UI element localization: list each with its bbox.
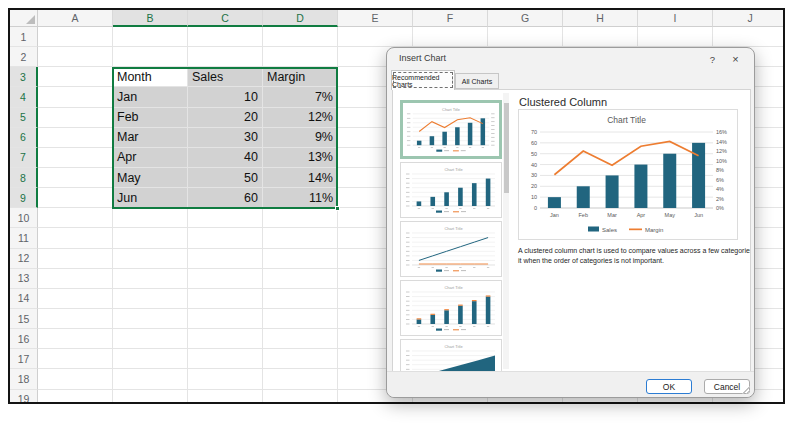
column-header-G[interactable]: G [488,10,563,27]
tab-recommended-charts[interactable]: Recommended Charts [391,70,455,90]
cell-A9[interactable] [38,188,113,208]
cell-C18[interactable] [188,369,263,389]
cell-B17[interactable] [113,349,188,369]
row-header-2[interactable]: 2 [10,47,38,67]
column-header-D[interactable]: D [263,10,338,27]
cell-D9[interactable]: 11% [263,188,338,208]
cell-A1[interactable] [38,27,113,47]
row-header-19[interactable]: 19 [10,390,38,404]
cell-D10[interactable] [263,208,338,228]
row-header-8[interactable]: 8 [10,168,38,188]
column-header-C[interactable]: C [188,10,263,27]
cell-A5[interactable] [38,108,113,128]
row-header-4[interactable]: 4 [10,87,38,107]
row-header-7[interactable]: 7 [10,148,38,168]
cell-A19[interactable] [38,390,113,404]
row-header-10[interactable]: 10 [10,208,38,228]
cell-C8[interactable]: 50 [188,168,263,188]
cell-A11[interactable] [38,228,113,248]
cell-B15[interactable] [113,309,188,329]
cell-C3[interactable]: Sales [188,67,263,87]
cell-B11[interactable] [113,228,188,248]
cell-B6[interactable]: Mar [113,128,188,148]
row-header-3[interactable]: 3 [10,67,38,87]
cell-B18[interactable] [113,369,188,389]
cell-A7[interactable] [38,148,113,168]
cell-D6[interactable]: 9% [263,128,338,148]
row-header-15[interactable]: 15 [10,309,38,329]
cell-A6[interactable] [38,128,113,148]
select-all-corner[interactable] [10,10,38,27]
cell-D16[interactable] [263,329,338,349]
help-icon[interactable]: ? [705,52,720,66]
close-icon[interactable]: × [728,52,743,66]
scrollbar-thumb[interactable] [504,103,509,193]
cell-C9[interactable]: 60 [188,188,263,208]
cell-C4[interactable]: 10 [188,87,263,107]
cell-B19[interactable] [113,390,188,404]
cell-D14[interactable] [263,289,338,309]
cell-D11[interactable] [263,228,338,248]
cell-F1[interactable] [413,27,488,47]
cell-D13[interactable] [263,269,338,289]
cell-A10[interactable] [38,208,113,228]
cell-D1[interactable] [263,27,338,47]
chart-thumbnail-combo[interactable]: Chart Title [400,100,502,159]
cell-C14[interactable] [188,289,263,309]
cell-B9[interactable]: Jun [113,188,188,208]
row-header-6[interactable]: 6 [10,128,38,148]
column-header-E[interactable]: E [338,10,413,27]
row-header-5[interactable]: 5 [10,108,38,128]
cell-D8[interactable]: 14% [263,168,338,188]
cell-A13[interactable] [38,269,113,289]
chart-thumbnail-line[interactable]: Chart Title [400,221,502,277]
row-header-12[interactable]: 12 [10,249,38,269]
cell-C15[interactable] [188,309,263,329]
cell-D18[interactable] [263,369,338,389]
cell-J1[interactable] [713,27,785,47]
cell-C2[interactable] [188,47,263,67]
column-header-H[interactable]: H [563,10,638,27]
cell-C13[interactable] [188,269,263,289]
cell-B14[interactable] [113,289,188,309]
cell-C6[interactable]: 30 [188,128,263,148]
chart-thumbnail-bar[interactable]: Chart Title [400,162,502,218]
row-header-13[interactable]: 13 [10,269,38,289]
cell-B5[interactable]: Feb [113,108,188,128]
cell-A16[interactable] [38,329,113,349]
row-header-18[interactable]: 18 [10,369,38,389]
cell-G1[interactable] [488,27,563,47]
chart-thumbnail-stacked[interactable]: Chart Title [400,280,502,336]
cell-A14[interactable] [38,289,113,309]
cell-A2[interactable] [38,47,113,67]
row-header-17[interactable]: 17 [10,349,38,369]
cell-D12[interactable] [263,249,338,269]
cell-D5[interactable]: 12% [263,108,338,128]
column-header-F[interactable]: F [413,10,488,27]
column-header-I[interactable]: I [638,10,713,27]
cell-A8[interactable] [38,168,113,188]
cell-A15[interactable] [38,309,113,329]
cell-B10[interactable] [113,208,188,228]
row-header-11[interactable]: 11 [10,228,38,248]
thumbnail-scrollbar[interactable] [503,93,509,369]
cell-C7[interactable]: 40 [188,148,263,168]
row-header-9[interactable]: 9 [10,188,38,208]
cell-C19[interactable] [188,390,263,404]
ok-button[interactable]: OK [646,379,692,394]
cell-A12[interactable] [38,249,113,269]
column-header-A[interactable]: A [38,10,113,27]
cell-E1[interactable] [338,27,413,47]
cell-C16[interactable] [188,329,263,349]
cell-A3[interactable] [38,67,113,87]
cell-B4[interactable]: Jan [113,87,188,107]
cell-C5[interactable]: 20 [188,108,263,128]
cell-C12[interactable] [188,249,263,269]
column-header-J[interactable]: J [713,10,785,27]
cell-B8[interactable]: May [113,168,188,188]
cell-B1[interactable] [113,27,188,47]
cell-D15[interactable] [263,309,338,329]
cell-A17[interactable] [38,349,113,369]
cell-C1[interactable] [188,27,263,47]
cell-I1[interactable] [638,27,713,47]
